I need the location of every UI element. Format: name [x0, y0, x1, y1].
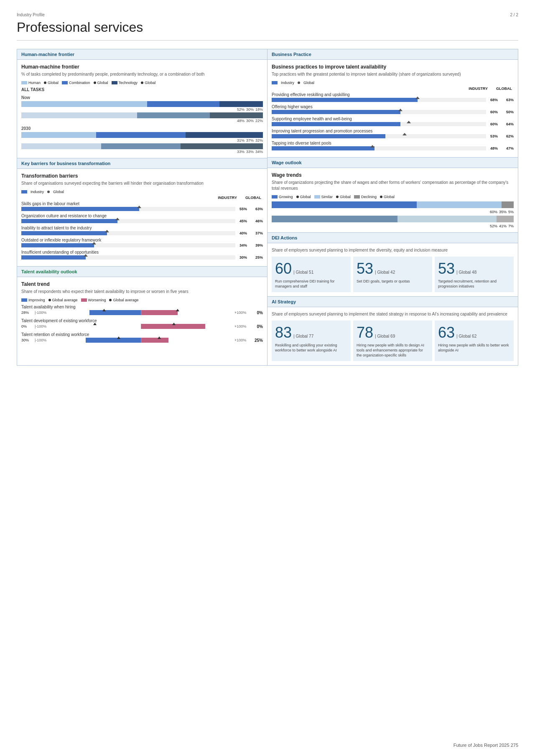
- talent-dev-marker2: [172, 323, 176, 325]
- bp-diverse-pcts: 48%47%: [489, 146, 514, 150]
- hmf-human-2030: [21, 132, 96, 138]
- talent-hiring-center-line: [141, 310, 141, 315]
- wage-similar2: [397, 216, 497, 222]
- talent-dev-track: [49, 324, 233, 329]
- bp-reskilling-bg: [272, 98, 486, 102]
- wage-bar1-values: 60%35%5%: [272, 210, 514, 214]
- barrier-attract-fill: [21, 231, 107, 235]
- legend-growing-label: Growing: [279, 195, 293, 199]
- bp-industry-swatch: [272, 81, 278, 84]
- ai-card-2-main: 63: [438, 324, 455, 341]
- barrier-attract-bg: [21, 231, 235, 235]
- dei-card-1-top: 53 | Global 42: [357, 260, 429, 277]
- bp-diverse-bg: [272, 146, 486, 150]
- bp-progression-fill: [272, 134, 385, 138]
- ai-card-2-global: | Global 62: [456, 334, 476, 339]
- page-title: Professional services: [17, 20, 518, 41]
- global-dot-2: [94, 81, 96, 84]
- talent-ret-neg-bar: [86, 338, 141, 343]
- talent-ret-left: 30%: [21, 338, 33, 342]
- legend-global-3: Global: [141, 81, 155, 85]
- barriers-body: Transformation barriers Share of organis…: [17, 169, 267, 266]
- dei-card-2-main: 53: [438, 260, 455, 277]
- hmf-combo-now: [147, 101, 219, 107]
- dei-card-0-global: | Global 51: [293, 270, 313, 275]
- hmf-title: Human-machine frontier: [21, 64, 263, 70]
- barrier-understanding-row: 30%25%: [21, 255, 263, 260]
- legend-declining-label: Declining: [361, 195, 377, 199]
- hmf-tech-now-g: [210, 112, 263, 118]
- barrier-skills-bg: [21, 207, 235, 211]
- wage-declining2: [497, 216, 514, 222]
- barrier-skills-fill: [21, 207, 139, 211]
- barrier-understanding-fill: [21, 255, 86, 260]
- bp-diverse-name: Tapping into diverse talent pools: [272, 141, 514, 145]
- dei-card-1-global: | Global 42: [375, 270, 395, 275]
- legend-technology-label: Technology: [119, 81, 138, 85]
- bp-wages-fill: [272, 110, 400, 114]
- talent-dev-center-label: |-100%: [35, 324, 47, 328]
- bp-reskilling: Providing effective reskilling and upski…: [272, 92, 514, 102]
- talent-ret-center-line: [141, 338, 141, 343]
- barrier-regulatory-fill: [21, 243, 94, 247]
- legend-similar: Similar: [314, 195, 333, 199]
- worsening-swatch: [81, 298, 87, 302]
- bp-health-pcts: 60%64%: [489, 122, 514, 126]
- barrier-culture-marker: [115, 218, 120, 220]
- bp-diverse-marker: [370, 145, 374, 148]
- wage-section: Wage outlook Wage trends Share of organi…: [268, 157, 518, 232]
- talent-ret-marker1: [117, 336, 120, 339]
- bp-body: Business practices to improve talent ava…: [268, 60, 518, 157]
- hmf-2030-bar2: [21, 143, 263, 149]
- legend-global-1-label: Global: [48, 81, 59, 85]
- talent-development: Talent development of existing workforce…: [21, 318, 263, 329]
- ai-card-1-top: 78 | Global 69: [357, 324, 429, 341]
- bp-col-headers: INDUSTRY GLOBAL: [272, 87, 514, 91]
- declining-swatch: [354, 195, 360, 199]
- bp-section: Business Practice Business practices to …: [268, 49, 518, 157]
- wage-body: Wage trends Share of organizations proje…: [268, 168, 518, 232]
- barrier-regulatory-bg: [21, 243, 235, 247]
- legend-combination-label: Combination: [69, 81, 90, 85]
- hmf-subtitle: % of tasks completed by predominantly pe…: [21, 71, 263, 77]
- hmf-combo-2030: [96, 132, 186, 138]
- bp-col-industry: INDUSTRY: [469, 87, 488, 91]
- barrier-skills: Skills gaps in the labour market 55%63%: [21, 201, 263, 211]
- ai-body: Share of employers surveyed planning to …: [268, 307, 518, 365]
- human-swatch: [21, 81, 27, 84]
- talent-hiring-marker2: [176, 309, 179, 311]
- legend-wage-global1: Global: [296, 195, 311, 199]
- dei-card-0-main: 60: [275, 260, 292, 277]
- legend-global-1: Global: [44, 81, 59, 85]
- barrier-regulatory-row: 34%39%: [21, 243, 263, 247]
- dei-body: Share of employers surveyed planning to …: [268, 243, 518, 296]
- bp-reskilling-fill: [272, 98, 418, 102]
- talent-retention: Talent retention of existing workforce 3…: [21, 332, 263, 343]
- legend-wage-global3-label: Global: [384, 195, 395, 199]
- talent-hiring: Talent availability when hiring 28% |-10…: [21, 305, 263, 315]
- bp-diverse: Tapping into diverse talent pools 48%47%: [272, 141, 514, 150]
- bp-progression-bg: [272, 134, 486, 138]
- combination-swatch: [62, 81, 68, 84]
- talent-ret-pos-bar: [141, 338, 168, 343]
- wage-declining1: [502, 201, 514, 208]
- hmf-tech-2030-g: [181, 143, 263, 149]
- improving-swatch: [21, 298, 27, 302]
- bp-reskilling-marker: [415, 97, 420, 99]
- barrier-culture-bg: [21, 219, 235, 223]
- talent-dev-left: 0%: [21, 324, 33, 328]
- talent-hiring-pos-bar: [141, 310, 178, 315]
- global-dot-1: [44, 81, 46, 84]
- talent-hiring-marker1: [102, 309, 106, 311]
- ai-card-1-main: 78: [357, 324, 373, 341]
- ai-card-2-desc: Hiring new people with skills to better …: [438, 343, 510, 353]
- barrier-understanding-pcts: 30%25%: [238, 255, 263, 260]
- pagination: 2 / 2: [510, 13, 518, 17]
- bp-progression: Improving talent progression and promoti…: [272, 129, 514, 138]
- barrier-attract-marker: [105, 230, 109, 232]
- wage-bar2: [272, 216, 514, 222]
- bp-legend-global: Global: [303, 81, 314, 85]
- industry-profile-label: Industry Profile: [17, 13, 45, 17]
- legend-global-2-label: Global: [97, 81, 108, 85]
- barrier-understanding-bg: [21, 255, 235, 260]
